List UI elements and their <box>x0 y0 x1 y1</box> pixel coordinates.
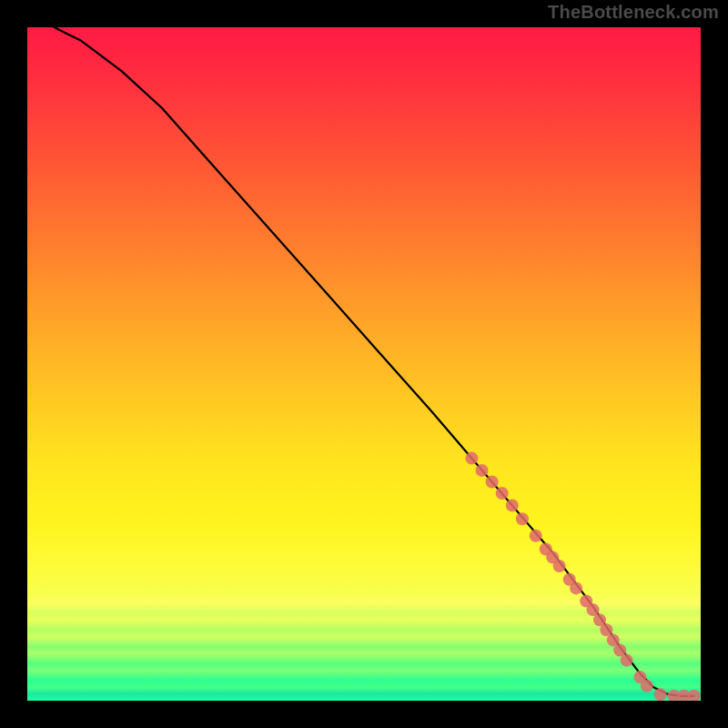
data-point <box>688 690 701 701</box>
data-point <box>465 452 478 465</box>
data-point <box>530 530 542 542</box>
data-point <box>506 499 519 511</box>
curve-line <box>55 27 694 696</box>
data-point <box>496 487 509 500</box>
chart-svg <box>27 27 701 701</box>
curve-markers <box>465 452 700 701</box>
watermark-text: TheBottleneck.com <box>548 2 719 23</box>
data-point <box>641 680 653 693</box>
data-point <box>654 688 667 701</box>
plot-area <box>27 27 701 701</box>
data-point <box>621 654 633 667</box>
data-point <box>476 464 489 477</box>
data-point <box>486 476 499 489</box>
data-point <box>516 512 529 525</box>
chart-frame: TheBottleneck.com <box>0 0 728 728</box>
data-point <box>570 581 582 594</box>
data-point <box>553 560 566 572</box>
